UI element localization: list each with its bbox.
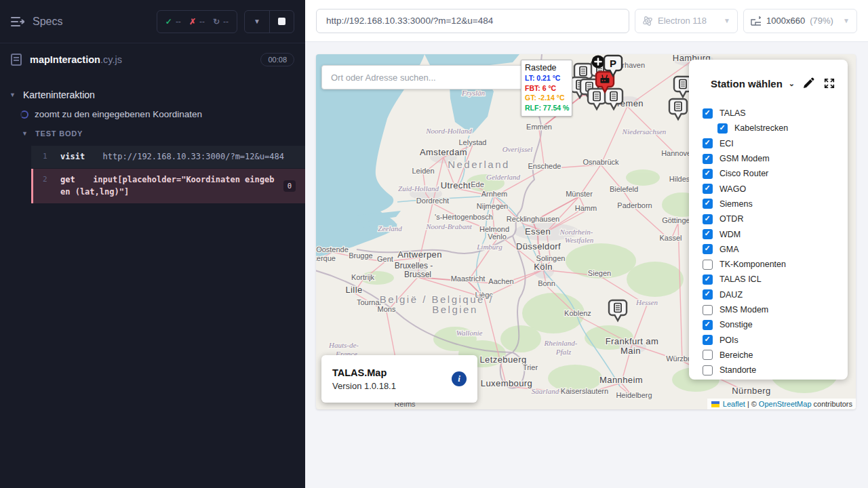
station-filter-item[interactable]: ECI [703, 136, 835, 151]
station-filter-label: Cisco Router [719, 169, 768, 178]
version-card: TALAS.Map Version 1.0.18.1 i [321, 355, 477, 403]
command-number: 1 [33, 150, 60, 163]
browser-select[interactable]: Electron 118 ▼ [635, 9, 738, 33]
station-filter-item[interactable]: GMA [703, 242, 835, 257]
map-place-label: Kassel [659, 234, 682, 242]
map-place-label: Mannheim [599, 375, 643, 385]
leaflet-link[interactable]: Leaflet [723, 400, 745, 408]
ruler-icon [751, 16, 762, 26]
station-filter-label: POIs [719, 336, 738, 345]
stop-button[interactable] [269, 11, 294, 33]
checkbox-checked[interactable] [703, 229, 713, 239]
station-filter-item[interactable]: Cisco Router [703, 166, 835, 181]
station-filter-label: TALAS ICL [719, 274, 762, 284]
expand-fullscreen-icon[interactable] [823, 77, 835, 89]
station-filter-item[interactable]: WDM [703, 226, 835, 241]
checkbox-checked[interactable] [717, 123, 728, 134]
osm-link[interactable]: OpenStreetMap [759, 400, 812, 408]
leaflet-map[interactable]: HamburgBremerhavenBremenNiedersachsenEmm… [316, 54, 856, 409]
map-place-label: Fryslân [461, 89, 486, 97]
tooltip-station-name: Rastede [525, 63, 568, 73]
station-marker[interactable] [588, 89, 606, 109]
map-place-label: Hamm [575, 204, 597, 212]
station-filter-item[interactable]: SMS Modem [703, 302, 835, 317]
checkbox-unchecked[interactable] [703, 365, 713, 375]
map-search-input[interactable]: Ort oder Adresse suchen... [321, 65, 528, 89]
checkbox-checked[interactable] [703, 154, 713, 164]
station-filter-item[interactable]: POIs [703, 332, 835, 347]
checkbox-checked[interactable] [703, 184, 713, 194]
checkbox-checked[interactable] [703, 169, 713, 179]
tooltip-measurement: RLF: 77.54 % [525, 103, 568, 113]
station-filter-label: DAUZ [719, 290, 743, 300]
viewport-select[interactable]: 1000x660 (79%) ▼ [743, 9, 857, 33]
specs-menu-icon[interactable] [11, 16, 24, 27]
map-place-label: Lille [345, 285, 362, 295]
station-filter-item[interactable]: TALAS ICL [703, 272, 835, 287]
map-place-label: Düsseldorf [516, 241, 561, 251]
chevron-down-icon[interactable]: ⌄ [789, 79, 795, 88]
station-filter-item[interactable]: TALAS [703, 106, 835, 121]
map-place-label: Siegen [588, 269, 611, 277]
map-place-label: Letzebuerg [479, 354, 526, 365]
station-filter-item[interactable]: Bereiche [703, 348, 835, 363]
map-place-label: Mons [378, 305, 396, 313]
checkbox-checked[interactable] [703, 335, 713, 345]
refresh-icon: ↻ [213, 17, 220, 26]
add-marker-button[interactable] [592, 56, 605, 68]
station-filter-item[interactable]: TK-Komponenten [703, 257, 835, 272]
spec-file-row[interactable]: mapInteraction.cy.js 00:08 [0, 43, 305, 76]
station-filter-item[interactable]: Siemens [703, 197, 835, 211]
collapse-chevron-button[interactable]: ▼ [245, 11, 269, 33]
map-place-label: Hauts-de- [328, 341, 359, 349]
command-row[interactable]: 2get input[placeholder="Koordinaten eing… [31, 169, 305, 203]
map-place-label: Trier [523, 363, 538, 371]
app-under-test: HamburgBremerhavenBremenNiedersachsenEmm… [305, 42, 868, 488]
map-place-label: Köln [534, 262, 553, 272]
info-icon[interactable]: i [452, 371, 467, 386]
url-input[interactable]: http://192.168.10.33:3000/?m=12&u=484 [316, 9, 629, 33]
test-row[interactable]: zoomt zu den eingegebenen Koordinaten [0, 104, 305, 124]
checkbox-checked[interactable] [703, 274, 713, 285]
edit-pencil-icon[interactable] [802, 77, 814, 89]
map-place-label: Rheinland- [544, 339, 578, 347]
station-filter-item[interactable]: WAGO [703, 181, 835, 196]
suite-title: Karteninteraktion [23, 89, 95, 100]
station-filter-label: Siemens [719, 199, 753, 209]
checkbox-checked[interactable] [703, 108, 713, 119]
station-marker[interactable] [669, 99, 687, 119]
station-filter-panel: Station wählen ⌄ TAL [689, 60, 848, 380]
checkbox-unchecked[interactable] [703, 260, 713, 270]
checkbox-unchecked[interactable] [703, 350, 713, 360]
checkbox-checked[interactable] [703, 199, 713, 209]
map-place-label: Lelystad [459, 138, 487, 146]
checkbox-checked[interactable] [703, 214, 713, 224]
test-body-row[interactable]: ▼ TEST BODY [0, 124, 305, 142]
command-args: input[placeholder="Koordinaten eingeben … [60, 175, 274, 197]
map-place-label: Zeeland [378, 224, 402, 232]
checkbox-checked[interactable] [703, 244, 713, 254]
stat-failed: ✗-- [189, 17, 205, 26]
map-place-label: Dunkerque [316, 254, 336, 262]
station-marker[interactable] [609, 300, 627, 321]
suite-row[interactable]: ▼ Karteninteraktion [0, 85, 305, 104]
checkbox-checked[interactable] [703, 289, 713, 300]
station-filter-item[interactable]: Sonstige [703, 317, 835, 332]
checkbox-unchecked[interactable] [703, 305, 713, 315]
map-place-label: Utrecht [441, 180, 471, 190]
station-panel-title[interactable]: Station wählen [711, 78, 783, 89]
station-filter-item[interactable]: DAUZ [703, 287, 835, 302]
station-filter-item[interactable]: OTDR [703, 211, 835, 226]
checkbox-checked[interactable] [703, 320, 713, 330]
station-filter-item[interactable]: GSM Modem [703, 151, 835, 166]
checkbox-checked[interactable] [703, 138, 713, 148]
station-filter-label: GSM Modem [719, 154, 770, 163]
map-place-label: Kortrijk [351, 273, 375, 281]
station-filter-item[interactable]: Kabelstrecken [717, 121, 835, 136]
command-row[interactable]: 1visit http://192.168.10.33:3000/?m=12&u… [31, 146, 305, 168]
map-place-label: Leiden [412, 167, 434, 175]
map-place-label: Nürnberg [732, 386, 770, 396]
station-filter-item[interactable]: Standorte [703, 363, 835, 378]
map-place-label: Essen [525, 226, 551, 237]
map-place-label: Westfalen [565, 236, 594, 244]
